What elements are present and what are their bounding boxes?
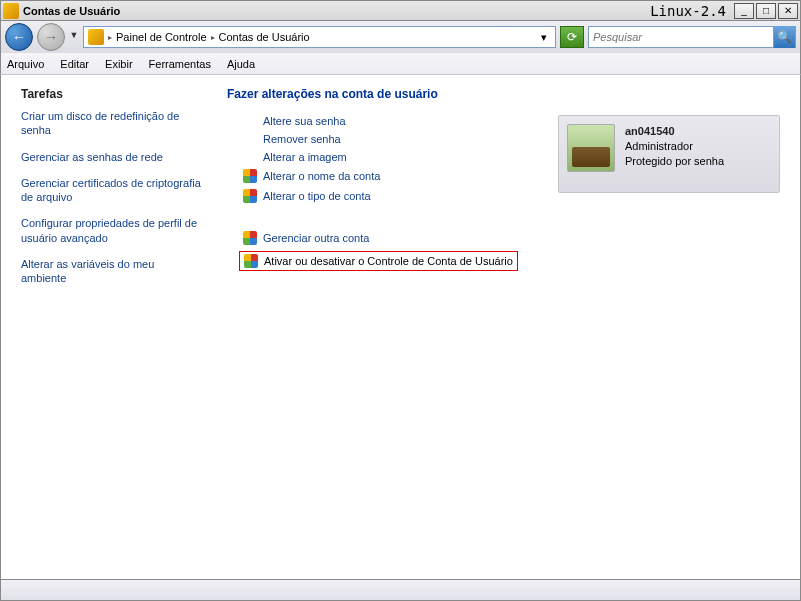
user-protection: Protegido por senha [625, 154, 724, 169]
breadcrumb-item[interactable]: Painel de Controle [116, 31, 207, 43]
highlighted-action: Ativar ou desativar o Controle de Conta … [239, 251, 518, 271]
chevron-right-icon: ▸ [108, 33, 112, 42]
shield-icon [244, 254, 258, 268]
main-panel: Fazer alterações na conta de usuário Alt… [211, 75, 800, 579]
breadcrumb-icon [88, 29, 104, 45]
main-heading: Fazer alterações na conta de usuário [227, 87, 538, 101]
user-picture [567, 124, 615, 172]
nav-bar: ← → ▼ ▸ Painel de Controle ▸ Contas de U… [0, 21, 801, 53]
menu-tools[interactable]: Ferramentas [149, 58, 211, 70]
shield-icon [243, 189, 257, 203]
action-manage-other[interactable]: Gerenciar outra conta [263, 232, 369, 244]
tasks-heading: Tarefas [21, 87, 201, 101]
user-info: an041540 Administrador Protegido por sen… [625, 124, 724, 184]
actions-list: Altere sua senha Remover senha Alterar a… [243, 115, 538, 271]
maximize-button[interactable]: □ [756, 3, 776, 19]
search-button[interactable]: 🔍 [773, 26, 795, 48]
vm-label: Linux-2.4 [650, 3, 726, 19]
refresh-button[interactable]: ⟳ [560, 26, 584, 48]
action-change-password[interactable]: Altere sua senha [263, 115, 346, 127]
search-input[interactable] [589, 31, 773, 43]
user-role: Administrador [625, 139, 724, 154]
user-card: an041540 Administrador Protegido por sen… [558, 115, 780, 193]
search-box: 🔍 [588, 26, 796, 48]
menu-edit[interactable]: Editar [60, 58, 89, 70]
task-link[interactable]: Alterar as variáveis do meu ambiente [21, 257, 201, 286]
forward-button[interactable]: → [37, 23, 65, 51]
close-button[interactable]: ✕ [778, 3, 798, 19]
window-title: Contas de Usuário [23, 5, 120, 17]
nav-history-dropdown[interactable]: ▼ [69, 30, 79, 44]
action-remove-password[interactable]: Remover senha [263, 133, 341, 145]
task-link[interactable]: Criar um disco de redefinição de senha [21, 109, 201, 138]
action-change-name[interactable]: Alterar o nome da conta [263, 170, 380, 182]
tasks-panel: Tarefas Criar um disco de redefinição de… [1, 75, 211, 579]
action-uac-toggle[interactable]: Ativar ou desativar o Controle de Conta … [264, 255, 513, 267]
shield-icon [243, 169, 257, 183]
menu-bar: Arquivo Editar Exibir Ferramentas Ajuda … [0, 53, 801, 75]
breadcrumb[interactable]: ▸ Painel de Controle ▸ Contas de Usuário… [83, 26, 556, 48]
breadcrumb-item[interactable]: Contas de Usuário [219, 31, 310, 43]
back-button[interactable]: ← [5, 23, 33, 51]
breadcrumb-dropdown[interactable]: ▾ [537, 31, 551, 44]
menu-view[interactable]: Exibir [105, 58, 133, 70]
content-area: Tarefas Criar um disco de redefinição de… [0, 75, 801, 579]
menu-help[interactable]: Ajuda [227, 58, 255, 70]
minimize-button[interactable]: _ [734, 3, 754, 19]
title-bar: Contas de Usuário Linux-2.4 _ □ ✕ [0, 0, 801, 21]
user-name: an041540 [625, 124, 724, 139]
status-bar [0, 579, 801, 601]
task-link[interactable]: Gerenciar as senhas de rede [21, 150, 201, 164]
task-link[interactable]: Configurar propriedades de perfil de usu… [21, 216, 201, 245]
app-icon [3, 3, 19, 19]
task-link[interactable]: Gerenciar certificados de criptografia d… [21, 176, 201, 205]
chevron-right-icon: ▸ [211, 33, 215, 42]
action-change-type[interactable]: Alterar o tipo de conta [263, 190, 371, 202]
menu-file[interactable]: Arquivo [7, 58, 44, 70]
shield-icon [243, 231, 257, 245]
action-change-picture[interactable]: Alterar a imagem [263, 151, 347, 163]
